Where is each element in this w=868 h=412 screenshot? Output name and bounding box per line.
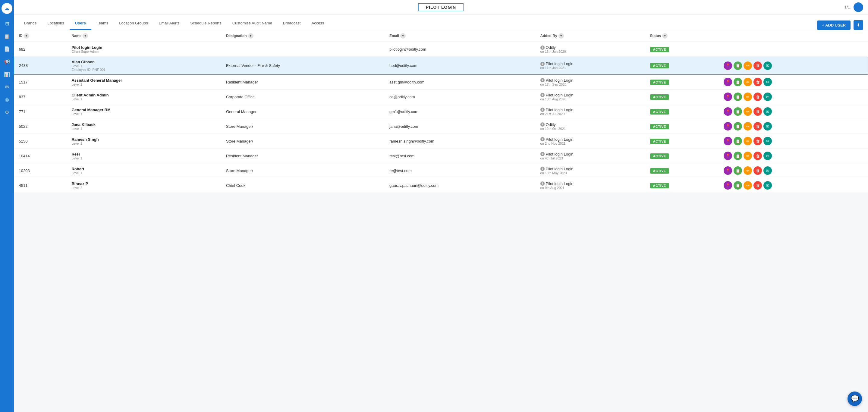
document-icon: 📄 xyxy=(4,46,10,52)
location-action-icon[interactable]: 📍 xyxy=(724,62,732,70)
add-user-button[interactable]: + ADD USER xyxy=(817,21,850,30)
status-filter-icon[interactable]: ▼ xyxy=(662,33,668,39)
copy-action-icon[interactable]: 📋 xyxy=(734,166,742,175)
location-action-icon[interactable]: 📍 xyxy=(724,93,732,101)
location-action-icon[interactable]: 📍 xyxy=(724,166,732,175)
edit-action-icon[interactable]: ✏ xyxy=(744,78,752,86)
delete-action-icon[interactable]: 🗑 xyxy=(753,137,762,145)
id-filter-icon[interactable]: ▼ xyxy=(24,33,29,39)
col-email[interactable]: Email ▼ xyxy=(384,30,535,42)
sidebar-item-circle-settings[interactable]: ◎ xyxy=(1,94,12,105)
email-action-icon[interactable]: ✉ xyxy=(764,166,772,175)
delete-action-icon[interactable]: 🗑 xyxy=(753,166,762,175)
email-action-icon[interactable]: ✉ xyxy=(764,93,772,101)
table-row[interactable]: 5150Ramesh Singh Level 1 Store Manager\r… xyxy=(14,134,868,149)
sidebar-item-broadcast[interactable]: 📢 xyxy=(1,56,12,67)
location-action-icon[interactable]: 📍 xyxy=(724,137,732,145)
copy-action-icon[interactable]: 📋 xyxy=(734,181,742,190)
tab-teams[interactable]: Teams xyxy=(91,17,114,30)
cell-designation: Store Manager\ xyxy=(221,134,384,149)
edit-action-icon[interactable]: ✏ xyxy=(744,62,752,70)
edit-action-icon[interactable]: ✏ xyxy=(744,181,752,190)
table-row[interactable]: 2438Alan Gibson Level 1 Employee ID: PNF… xyxy=(14,57,868,75)
tab-access[interactable]: Access xyxy=(306,17,330,30)
table-row[interactable]: 4511Binnaz P Level 2 Chief Cookgaurav.pa… xyxy=(14,178,868,193)
table-row[interactable]: 837Client Admin Admin Level 1 Corporate … xyxy=(14,90,868,104)
location-action-icon[interactable]: 📍 xyxy=(724,122,732,130)
tab-customise-audit-name[interactable]: Customise Audit Name xyxy=(227,17,278,30)
delete-action-icon[interactable]: 🗑 xyxy=(753,62,762,70)
delete-action-icon[interactable]: 🗑 xyxy=(753,181,762,190)
copy-action-icon[interactable]: 📋 xyxy=(734,122,742,130)
col-designation[interactable]: Designation ▼ xyxy=(221,30,384,42)
email-action-icon[interactable]: ✉ xyxy=(764,152,772,160)
tab-users[interactable]: Users xyxy=(70,17,91,30)
edit-action-icon[interactable]: ✏ xyxy=(744,152,752,160)
copy-action-icon[interactable]: 📋 xyxy=(734,93,742,101)
edit-action-icon[interactable]: ✏ xyxy=(744,137,752,145)
email-filter-icon[interactable]: ▼ xyxy=(400,33,406,39)
table-row[interactable]: 5022Jana Kilback Level 1 Store Manager\j… xyxy=(14,119,868,134)
col-id[interactable]: ID ▼ xyxy=(14,30,67,42)
name-filter-icon[interactable]: ▼ xyxy=(83,33,88,39)
chat-fab[interactable]: 💬 xyxy=(847,391,862,406)
copy-action-icon[interactable]: 📋 xyxy=(734,152,742,160)
delete-action-icon[interactable]: 🗑 xyxy=(753,78,762,86)
table-row[interactable]: 1517Assistant General Manager Level 1 Re… xyxy=(14,75,868,90)
table-row[interactable]: 771General Manager RM Level 1 General Ma… xyxy=(14,104,868,119)
tab-schedule-reports[interactable]: Schedule Reports xyxy=(185,17,227,30)
edit-action-icon[interactable]: ✏ xyxy=(744,122,752,130)
edit-action-icon[interactable]: ✏ xyxy=(744,107,752,116)
download-button[interactable]: ⬇ xyxy=(854,20,863,30)
location-action-icon[interactable]: 📍 xyxy=(724,181,732,190)
edit-action-icon[interactable]: ✏ xyxy=(744,166,752,175)
user-avatar[interactable]: 👤 xyxy=(854,2,863,12)
added-by-date: on 10th Aug 2020 xyxy=(540,97,641,101)
copy-action-icon[interactable]: 📋 xyxy=(734,107,742,116)
location-action-icon[interactable]: 📍 xyxy=(724,107,732,116)
email-action-icon[interactable]: ✉ xyxy=(764,62,772,70)
col-status[interactable]: Status ▼ xyxy=(645,30,719,42)
email-action-icon[interactable]: ✉ xyxy=(764,137,772,145)
table-row[interactable]: 10203Robert Level 1 Store Manager\re@tes… xyxy=(14,163,868,178)
sidebar-item-clipboard[interactable]: 📋 xyxy=(1,31,12,41)
sidebar-item-group[interactable]: ⊞ xyxy=(1,18,12,29)
delete-action-icon[interactable]: 🗑 xyxy=(753,107,762,116)
table-row[interactable]: 682Pilot login Login Client SuperAdmin p… xyxy=(14,42,868,57)
designation-filter-icon[interactable]: ▼ xyxy=(248,33,253,39)
status-badge: ACTIVE xyxy=(650,109,669,115)
tab-location-groups[interactable]: Location Groups xyxy=(114,17,153,30)
download-icon: ⬇ xyxy=(857,23,860,27)
delete-action-icon[interactable]: 🗑 xyxy=(753,93,762,101)
col-added-by[interactable]: Added By ▼ xyxy=(535,30,645,42)
delete-action-icon[interactable]: 🗑 xyxy=(753,122,762,130)
email-action-icon[interactable]: ✉ xyxy=(764,78,772,86)
tab-brands[interactable]: Brands xyxy=(19,17,42,30)
email-action-icon[interactable]: ✉ xyxy=(764,107,772,116)
table-row[interactable]: 10414Resi Level 1 Resident Managerresi@r… xyxy=(14,149,868,163)
added-by-filter-icon[interactable]: ▼ xyxy=(558,33,564,39)
email-action-icon[interactable]: ✉ xyxy=(764,181,772,190)
copy-action-icon[interactable]: 📋 xyxy=(734,78,742,86)
sidebar-item-gear[interactable]: ⚙ xyxy=(1,107,12,118)
location-action-icon[interactable]: 📍 xyxy=(724,152,732,160)
location-action-icon[interactable]: 📍 xyxy=(724,78,732,86)
status-badge: ACTIVE xyxy=(650,47,669,52)
user-level: Level 1 xyxy=(71,64,216,68)
sidebar-item-inbox[interactable]: ✉ xyxy=(1,82,12,92)
added-by-date: on 11th Jan 2021 xyxy=(540,66,641,70)
user-name: General Manager RM xyxy=(71,107,216,112)
sidebar-item-chart[interactable]: 📊 xyxy=(1,69,12,80)
app-logo[interactable]: ☁ xyxy=(1,3,12,14)
tab-locations[interactable]: Locations xyxy=(42,17,70,30)
email-action-icon[interactable]: ✉ xyxy=(764,122,772,130)
users-table-container[interactable]: ID ▼ Name ▼ Designation ▼ Email ▼ Added … xyxy=(14,30,868,412)
delete-action-icon[interactable]: 🗑 xyxy=(753,152,762,160)
tab-email-alerts[interactable]: Email Alerts xyxy=(153,17,185,30)
sidebar-item-document[interactable]: 📄 xyxy=(1,43,12,54)
tab-broadcast[interactable]: Broadcast xyxy=(278,17,306,30)
edit-action-icon[interactable]: ✏ xyxy=(744,93,752,101)
col-name[interactable]: Name ▼ xyxy=(67,30,221,42)
copy-action-icon[interactable]: 📋 xyxy=(734,137,742,145)
copy-action-icon[interactable]: 📋 xyxy=(734,62,742,70)
